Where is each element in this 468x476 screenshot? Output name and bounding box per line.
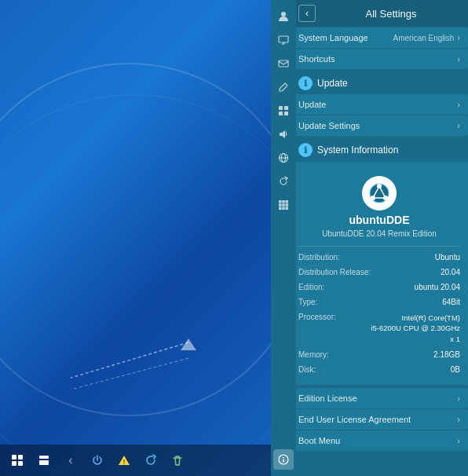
- sidebar-item-info[interactable]: [273, 449, 294, 470]
- back-button[interactable]: ‹: [298, 5, 316, 22]
- svg-rect-27: [286, 203, 289, 207]
- svg-rect-33: [283, 460, 283, 463]
- svg-rect-24: [286, 200, 289, 203]
- type-label: Type:: [298, 298, 317, 306]
- edition-license-row[interactable]: Edition License ›: [291, 388, 468, 408]
- svg-rect-23: [282, 200, 285, 203]
- disk-row: Disk: 0B: [298, 362, 460, 377]
- edition-label: Edition:: [298, 283, 324, 291]
- update-section-header: ℹ Update: [291, 70, 468, 93]
- memory-row: Memory: 2.18GB: [298, 347, 460, 362]
- update-icon: ℹ: [298, 76, 313, 90]
- system-language-row[interactable]: System Language American English ›: [291, 27, 468, 48]
- svg-rect-29: [282, 207, 285, 211]
- type-row: Type: 64Bit: [298, 295, 460, 309]
- svg-point-11: [123, 463, 124, 464]
- sidebar-item-user[interactable]: [273, 6, 294, 27]
- desktop-background: ‹: [0, 0, 291, 476]
- update-settings-row[interactable]: Update Settings ›: [291, 115, 468, 136]
- sysinfo-card: ubuntuDDE UbuntuDDE 20.04 Remix Edition …: [291, 162, 468, 385]
- sidebar-item-apps[interactable]: [273, 101, 294, 121]
- svg-rect-28: [279, 207, 282, 211]
- processor-value: Intel(R) Core(TM)i5-6200U CPU @ 2.30GHzx…: [371, 313, 460, 344]
- svg-rect-4: [18, 455, 23, 460]
- edition-license-chevron: ›: [457, 394, 460, 403]
- disk-label: Disk:: [298, 365, 316, 374]
- svg-rect-15: [279, 106, 283, 110]
- arrow-decoration: [63, 335, 220, 397]
- distribution-release-row: Distribution Release: 20.04: [298, 265, 460, 280]
- ubuntu-logo-circle: [362, 176, 397, 211]
- svg-point-32: [283, 457, 284, 459]
- desktop-arc2-decoration: [0, 94, 291, 476]
- sidebar-item-pen[interactable]: [273, 77, 294, 97]
- taskbar-warning-icon[interactable]: [113, 449, 135, 471]
- sidebar-item-display[interactable]: [273, 30, 294, 50]
- boot-menu-label: Boot Menu: [298, 436, 340, 445]
- edition-value: ubuntu 20.04: [415, 283, 460, 291]
- memory-label: Memory:: [298, 350, 329, 359]
- svg-rect-22: [279, 200, 282, 203]
- distribution-row: Distribution: Ubuntu: [298, 250, 460, 265]
- svg-rect-30: [286, 207, 289, 211]
- distribution-release-label: Distribution Release:: [298, 268, 371, 276]
- settings-panel: ‹ All Settings System Language American …: [291, 0, 468, 476]
- disk-value: 0B: [451, 365, 460, 374]
- taskbar-trash-icon[interactable]: [166, 449, 188, 471]
- type-value: 64Bit: [442, 298, 460, 306]
- sidebar-item-sync[interactable]: [273, 171, 294, 192]
- panel-header: ‹ All Settings: [291, 0, 468, 27]
- taskbar-chevron-icon[interactable]: ‹: [60, 449, 82, 471]
- svg-rect-26: [282, 203, 285, 207]
- info-divider: [298, 246, 460, 247]
- update-label: Update: [298, 100, 326, 109]
- taskbar-power-icon[interactable]: [86, 449, 108, 471]
- svg-rect-14: [279, 60, 288, 67]
- memory-value: 2.18GB: [433, 350, 460, 359]
- svg-rect-25: [279, 203, 282, 207]
- processor-label: Processor:: [298, 313, 336, 321]
- svg-line-1: [71, 358, 188, 390]
- update-settings-label: Update Settings: [298, 121, 360, 130]
- taskbar-refresh-icon[interactable]: [140, 449, 162, 471]
- svg-rect-10: [124, 460, 125, 463]
- eula-row[interactable]: End User License Agreement ›: [291, 409, 468, 430]
- taskbar-files-icon[interactable]: [33, 449, 55, 471]
- distribution-label: Distribution:: [298, 253, 340, 262]
- eula-chevron: ›: [457, 415, 460, 424]
- sysinfo-section-title: System Information: [317, 145, 398, 156]
- distribution-release-value: 20.04: [441, 268, 460, 276]
- system-language-label: System Language: [298, 33, 368, 42]
- taskbar-app-icon[interactable]: [6, 449, 28, 471]
- system-language-chevron: ›: [457, 33, 460, 42]
- svg-rect-8: [39, 460, 49, 465]
- edition-license-label: Edition License: [298, 394, 357, 403]
- update-row[interactable]: Update ›: [291, 94, 468, 115]
- boot-menu-row[interactable]: Boot Menu ›: [291, 430, 468, 451]
- logo-subtitle: UbuntuDDE 20.04 Remix Edition: [322, 229, 437, 238]
- sidebar-item-volume[interactable]: [273, 124, 294, 145]
- sidebar-item-globe[interactable]: [273, 148, 294, 168]
- distribution-value: Ubuntu: [435, 253, 460, 262]
- svg-line-0: [71, 342, 188, 378]
- shortcuts-row[interactable]: Shortcuts ›: [291, 49, 468, 69]
- shortcuts-chevron: ›: [457, 54, 460, 64]
- update-chevron: ›: [457, 100, 460, 109]
- update-section-title: Update: [317, 78, 348, 89]
- boot-menu-chevron: ›: [457, 436, 460, 445]
- sidebar: [271, 0, 296, 476]
- svg-rect-5: [12, 461, 16, 466]
- sidebar-item-mail[interactable]: [273, 53, 294, 74]
- sysinfo-section-header: ℹ System Information: [291, 137, 468, 160]
- bottom-items: Edition License › End User License Agree…: [291, 388, 468, 451]
- svg-rect-6: [18, 461, 23, 466]
- system-language-value: American English: [393, 34, 455, 42]
- svg-rect-3: [12, 455, 16, 460]
- sysinfo-icon: ℹ: [298, 143, 313, 157]
- processor-row: Processor: Intel(R) Core(TM)i5-6200U CPU…: [298, 309, 460, 347]
- edition-row: Edition: ubuntu 20.04: [298, 280, 460, 295]
- sidebar-item-grid[interactable]: [273, 195, 294, 215]
- svg-rect-18: [284, 112, 288, 115]
- svg-rect-17: [279, 112, 283, 115]
- eula-label: End User License Agreement: [298, 415, 411, 424]
